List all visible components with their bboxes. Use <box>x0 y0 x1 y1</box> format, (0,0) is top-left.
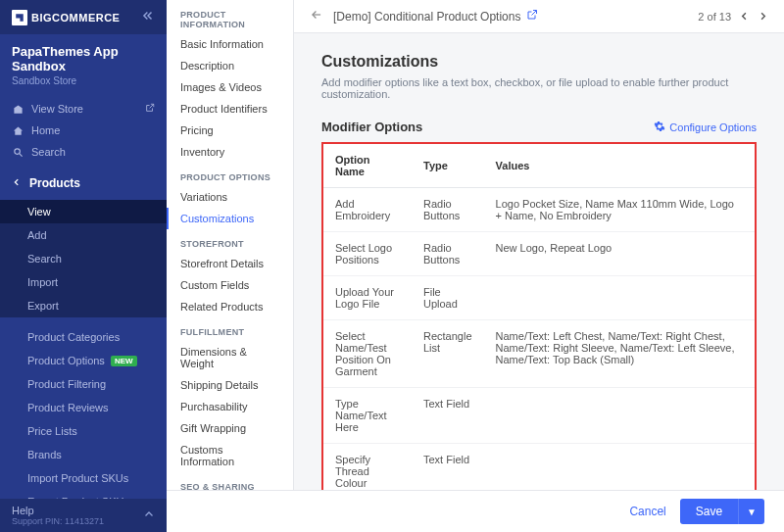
store-icon <box>12 103 24 115</box>
cell-values: Logo Pocket Size, Name Max 110mm Wide, L… <box>484 188 755 232</box>
chevron-left-icon <box>12 176 22 190</box>
chevron-up-icon[interactable] <box>143 508 155 523</box>
cell-option-name: Upload Your Logo File <box>323 276 412 320</box>
sidebar-item-price-lists[interactable]: Price Lists <box>0 419 167 443</box>
pager: 2 of 13 <box>698 9 768 24</box>
brand-logo-icon <box>12 10 27 25</box>
subnav-purchasability[interactable]: Purchasability <box>167 396 293 417</box>
cell-type: File Upload <box>412 276 484 320</box>
subnav-variations[interactable]: Variations <box>167 186 293 208</box>
modifier-options-table: Option Name Type Values Add EmbroideryRa… <box>323 144 755 510</box>
sidebar-sub-export[interactable]: Export <box>0 294 167 317</box>
table-row[interactable]: Select Logo PositionsRadio ButtonsNew Lo… <box>323 232 755 276</box>
subnav-images-videos[interactable]: Images & Videos <box>167 76 293 98</box>
brand-logo[interactable]: BIGCOMMERCE <box>12 10 120 25</box>
subnav-related-products[interactable]: Related Products <box>167 296 293 317</box>
subnav-section-title: PRODUCT OPTIONS <box>167 163 293 186</box>
modifier-options-table-wrap: Option Name Type Values Add EmbroideryRa… <box>321 142 757 512</box>
help-link[interactable]: Help <box>12 505 104 516</box>
save-button[interactable]: Save <box>680 499 738 524</box>
table-row[interactable]: Add EmbroideryRadio ButtonsLogo Pocket S… <box>323 188 755 232</box>
cell-option-name: Select Name/Test Position On Garment <box>323 320 412 388</box>
sidebar-quicklinks: View Store Home Search <box>0 94 167 167</box>
subnav-dimensions-weight[interactable]: Dimensions & Weight <box>167 341 293 374</box>
back-button[interactable] <box>310 8 323 24</box>
app-root: BIGCOMMERCE PapaThemes App Sandbox Sandb… <box>0 0 784 532</box>
subnav-description[interactable]: Description <box>167 55 293 76</box>
cell-type: Radio Buttons <box>412 232 484 276</box>
sidebar-footer: Help Support PIN: 11413271 <box>0 499 167 532</box>
configure-label: Configure Options <box>669 121 757 133</box>
sidebar-link-view-store[interactable]: View Store <box>0 98 167 120</box>
sidebar-link-label: Home <box>31 124 60 136</box>
subnav-section-title: STOREFRONT <box>167 229 293 253</box>
sidebar-section-label: Products <box>29 176 80 190</box>
bottom-action-bar: Cancel Save ▼ <box>167 490 784 532</box>
save-dropdown-button[interactable]: ▼ <box>738 499 764 524</box>
subnav-customs-information[interactable]: Customs Information <box>167 439 293 472</box>
subnav-gift-wrapping[interactable]: Gift Wrapping <box>167 417 293 439</box>
home-icon <box>12 124 24 136</box>
external-link-icon[interactable] <box>526 9 538 24</box>
subnav-storefront-details[interactable]: Storefront Details <box>167 253 293 274</box>
sidebar-section-products[interactable]: Products <box>0 167 167 200</box>
col-type: Type <box>412 144 484 188</box>
cell-option-name: Select Logo Positions <box>323 232 412 276</box>
brand-name: BIGCOMMERCE <box>31 12 120 24</box>
subnav-basic-information[interactable]: Basic Information <box>167 33 293 55</box>
table-row[interactable]: Type Name/Text HereText Field <box>323 388 755 444</box>
section-header: Modifier Options Configure Options <box>321 120 757 134</box>
subnav-pricing[interactable]: Pricing <box>167 120 293 141</box>
product-subnav: PRODUCT INFORMATION Basic Information De… <box>167 0 294 532</box>
sidebar-sub-import[interactable]: Import <box>0 270 167 294</box>
cell-values <box>484 276 755 320</box>
label: Product Options <box>27 355 105 366</box>
sidebar-item-brands[interactable]: Brands <box>0 443 167 466</box>
label: Brands <box>27 449 62 460</box>
store-header: PapaThemes App Sandbox Sandbox Store <box>0 34 167 94</box>
sidebar-link-label: View Store <box>31 103 83 115</box>
sidebar-sub-view[interactable]: View <box>0 200 167 223</box>
sidebar-item-product-categories[interactable]: Product Categories <box>0 325 167 349</box>
sidebar-item-import-product-skus[interactable]: Import Product SKUs <box>0 466 167 490</box>
gear-icon <box>654 121 665 134</box>
svg-point-0 <box>14 148 20 154</box>
configure-options-link[interactable]: Configure Options <box>654 121 757 134</box>
search-icon <box>12 146 24 158</box>
sidebar-item-product-reviews[interactable]: Product Reviews <box>0 396 167 419</box>
sidebar-collapse-icon[interactable] <box>141 9 155 25</box>
subnav-section-title: PRODUCT INFORMATION <box>167 0 293 33</box>
content-area: Customizations Add modifier options like… <box>294 33 784 532</box>
label: Product Categories <box>27 331 120 343</box>
main-sidebar: BIGCOMMERCE PapaThemes App Sandbox Sandb… <box>0 0 167 532</box>
new-badge: NEW <box>111 356 137 366</box>
cancel-button[interactable]: Cancel <box>629 505 665 518</box>
pager-text: 2 of 13 <box>698 11 731 23</box>
pager-next[interactable] <box>758 9 768 24</box>
breadcrumb: [Demo] Conditional Product Options <box>333 9 688 24</box>
sidebar-topbar: BIGCOMMERCE <box>0 0 167 34</box>
sidebar-sub-add[interactable]: Add <box>0 223 167 247</box>
table-row[interactable]: Select Name/Test Position On GarmentRect… <box>323 320 755 388</box>
chevron-down-icon: ▼ <box>747 507 757 517</box>
page-description: Add modifier options like a text box, ch… <box>321 76 757 100</box>
sidebar-link-home[interactable]: Home <box>0 120 167 141</box>
sidebar-item-product-options[interactable]: Product OptionsNEW <box>0 349 167 372</box>
subnav-shipping-details[interactable]: Shipping Details <box>167 374 293 396</box>
col-values: Values <box>484 144 755 188</box>
pager-prev[interactable] <box>739 9 750 24</box>
sidebar-group-catalog: Product Categories Product OptionsNEW Pr… <box>0 317 167 521</box>
subnav-inventory[interactable]: Inventory <box>167 141 293 163</box>
subnav-customizations[interactable]: Customizations <box>167 208 293 229</box>
table-row[interactable]: Upload Your Logo FileFile Upload <box>323 276 755 320</box>
col-option-name: Option Name <box>323 144 412 188</box>
label: Product Reviews <box>27 402 109 413</box>
subnav-custom-fields[interactable]: Custom Fields <box>167 274 293 296</box>
subnav-product-identifiers[interactable]: Product Identifiers <box>167 98 293 120</box>
subnav-section-title: FULFILLMENT <box>167 317 293 341</box>
sidebar-sub-search[interactable]: Search <box>0 247 167 270</box>
support-pin: Support PIN: 11413271 <box>12 516 104 526</box>
sidebar-item-product-filtering[interactable]: Product Filtering <box>0 372 167 396</box>
sidebar-link-search[interactable]: Search <box>0 141 167 163</box>
table-header-row: Option Name Type Values <box>323 144 755 188</box>
